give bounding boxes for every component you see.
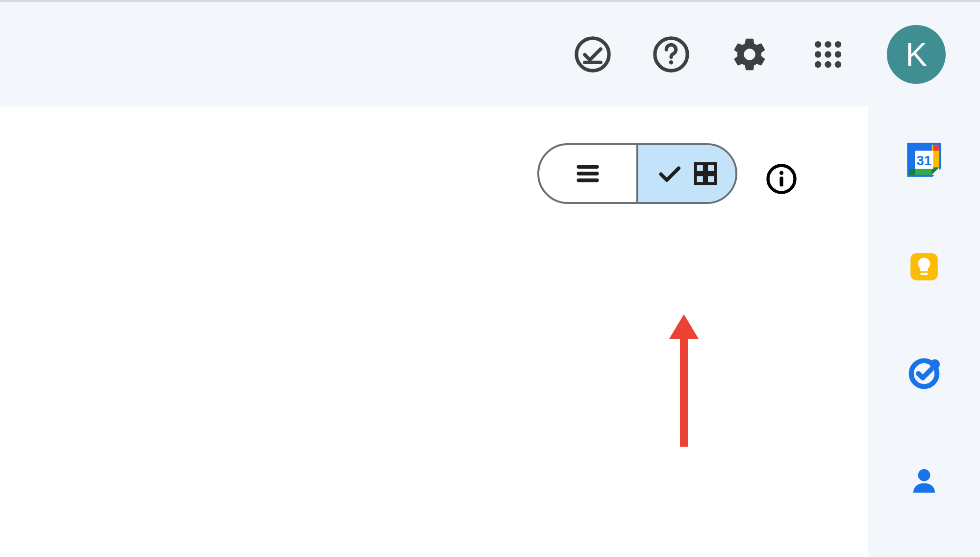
check-icon [655,159,683,188]
svg-point-20 [779,171,783,175]
offline-ready-icon [574,35,612,74]
svg-rect-30 [909,169,915,175]
topbar: K [0,0,980,106]
svg-point-6 [815,51,821,57]
svg-rect-12 [577,165,599,169]
svg-point-4 [825,41,831,47]
view-toggle [537,143,737,204]
gear-icon [730,34,769,75]
sidepanel-keep[interactable] [905,248,943,286]
layout: 31 [0,106,980,557]
info-icon [765,163,798,195]
svg-point-37 [918,469,930,481]
contacts-icon [908,464,940,497]
grid-view-button[interactable] [638,145,735,202]
svg-point-5 [835,41,841,47]
svg-point-0 [577,38,609,70]
avatar-initial: K [905,36,927,73]
apps-button[interactable] [808,35,848,74]
svg-rect-21 [779,177,783,186]
svg-rect-13 [577,172,599,176]
list-icon [573,159,603,188]
grid-icon [692,160,719,187]
svg-point-7 [825,51,831,57]
svg-rect-31 [933,145,939,151]
svg-rect-18 [706,175,715,183]
sidepanel-tasks[interactable] [905,354,943,393]
svg-rect-34 [920,273,928,275]
svg-point-9 [815,61,821,67]
svg-rect-17 [696,175,704,183]
info-button[interactable] [765,163,798,195]
calendar-icon: 31 [906,142,942,178]
svg-point-3 [815,41,821,47]
svg-rect-16 [706,164,715,173]
svg-point-2 [669,60,673,64]
svg-point-11 [835,61,841,67]
keep-icon [906,249,942,285]
offline-ready-button[interactable] [573,35,612,74]
sidepanel-calendar[interactable]: 31 [905,141,943,179]
annotation-arrow [667,314,701,447]
settings-button[interactable] [730,35,769,74]
svg-rect-14 [577,178,599,182]
svg-point-8 [835,51,841,57]
tasks-icon [907,356,941,391]
main-area [0,106,868,557]
help-button[interactable] [652,35,691,74]
sidepanel-contacts[interactable] [905,461,943,500]
account-avatar[interactable]: K [887,25,946,84]
list-view-button[interactable] [539,145,636,202]
help-icon [652,35,690,74]
apps-grid-icon [811,37,845,72]
calendar-date-label: 31 [917,153,932,168]
svg-rect-15 [696,164,704,173]
svg-point-10 [825,61,831,67]
svg-marker-23 [669,314,699,339]
side-panel: 31 [868,106,980,557]
